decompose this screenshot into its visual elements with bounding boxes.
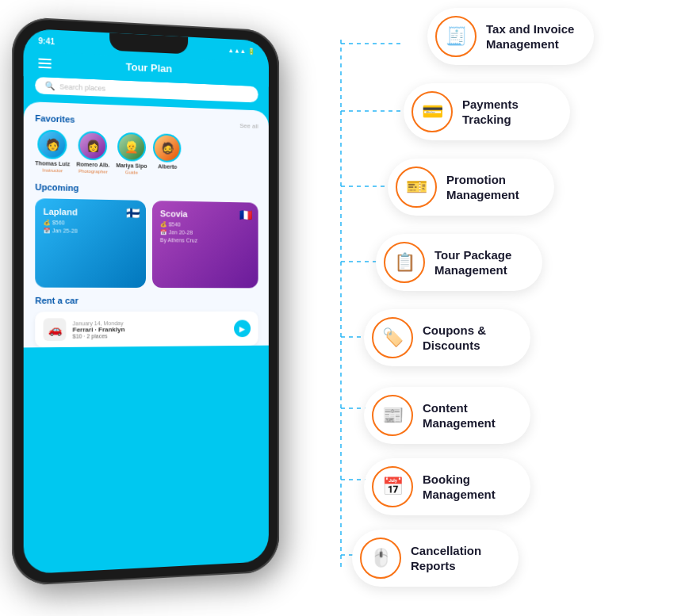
list-item: 👩 Romero Alb. Photographer bbox=[76, 131, 109, 174]
rent-header: Rent a car bbox=[35, 296, 258, 305]
rent-item[interactable]: 🚗 January 14, Monday Ferrari · Franklyn … bbox=[35, 312, 258, 348]
trip-card-lapland[interactable]: 🇫🇮 Lapland 💰 $560 📅 Jan 25-28 bbox=[35, 198, 146, 288]
trip-name: Scovia bbox=[160, 209, 251, 220]
list-item: 🧔 Alberto bbox=[153, 133, 181, 176]
hamburger-icon[interactable] bbox=[38, 58, 52, 68]
upcoming-cards: 🇫🇮 Lapland 💰 $560 📅 Jan 25-28 🇫🇷 Scovia … bbox=[35, 198, 258, 288]
avatar-name: Romero Alb. bbox=[76, 162, 109, 168]
avatar-name: Mariya Sipo bbox=[116, 163, 147, 169]
promotion-icon: 🎫 bbox=[396, 166, 437, 208]
search-placeholder: Search places bbox=[59, 82, 105, 93]
status-time: 9:41 bbox=[38, 36, 55, 45]
avatar-role: Photographer bbox=[78, 169, 108, 174]
content-icon: 📰 bbox=[372, 395, 413, 436]
feature-pill-booking: 📅 BookingManagement bbox=[364, 458, 530, 515]
see-all-link[interactable]: See all bbox=[239, 122, 258, 130]
content-area: Favorites See all 🧑 Thomas Luiz Instruct… bbox=[24, 101, 269, 347]
payments-icon: 💳 bbox=[411, 91, 453, 132]
trip-info: 💰 $560 📅 Jan 25-28 bbox=[44, 220, 139, 235]
phone-mockup: 9:41 ▲▲▲ 🔋 Tour Plan 🔍 Search places bbox=[12, 17, 279, 587]
cancellation-icon: 🖱️ bbox=[360, 538, 401, 579]
features-area: 🧾 Tax and InvoiceManagement 💳 PaymentsTr… bbox=[340, 0, 689, 616]
feature-label-booking: BookingManagement bbox=[423, 472, 496, 503]
avatar-role: Instructor bbox=[42, 168, 63, 174]
feature-pill-content: 📰 ContentManagement bbox=[364, 387, 530, 444]
trip-info: 💰 $540 📅 Jan 20-28 By Athens Cruz bbox=[160, 221, 251, 243]
feature-pill-payments: 💳 PaymentsTracking bbox=[404, 83, 570, 140]
favorites-title: Favorites bbox=[35, 113, 75, 124]
coupons-icon: 🏷️ bbox=[372, 317, 413, 358]
car-icon: 🚗 bbox=[44, 318, 67, 341]
car-info: January 14, Monday Ferrari · Franklyn $1… bbox=[73, 319, 228, 339]
app-title: Tour Plan bbox=[126, 61, 172, 75]
tourpkg-icon: 📋 bbox=[384, 242, 425, 283]
flag-icon: 🇫🇷 bbox=[239, 209, 252, 221]
rent-title: Rent a car bbox=[35, 296, 78, 305]
feature-pill-cancellation: 🖱️ CancellationReports bbox=[352, 530, 519, 587]
avatar[interactable]: 👩 bbox=[78, 131, 107, 161]
avatar[interactable]: 👱 bbox=[117, 132, 146, 162]
feature-pill-tax: 🧾 Tax and InvoiceManagement bbox=[427, 8, 594, 65]
flag-icon: 🇫🇮 bbox=[126, 206, 140, 219]
feature-pill-coupons: 🏷️ Coupons &Discounts bbox=[364, 309, 530, 366]
feature-label-content: ContentManagement bbox=[423, 400, 496, 431]
feature-label-cancellation: CancellationReports bbox=[411, 543, 481, 574]
avatar[interactable]: 🧑 bbox=[38, 129, 67, 159]
car-action-button[interactable]: ▶ bbox=[234, 320, 251, 338]
favorites-header: Favorites See all bbox=[35, 113, 258, 131]
list-item: 🧑 Thomas Luiz Instructor bbox=[35, 129, 70, 173]
search-icon: 🔍 bbox=[45, 81, 55, 90]
rent-section: Rent a car 🚗 January 14, Monday Ferrari … bbox=[35, 296, 258, 347]
favorites-row: 🧑 Thomas Luiz Instructor 👩 Romero Alb. P… bbox=[35, 129, 258, 178]
avatar-role: Guide bbox=[125, 170, 138, 174]
avatar[interactable]: 🧔 bbox=[153, 133, 181, 163]
trip-name: Lapland bbox=[44, 207, 139, 218]
car-price: $10 · 2 places bbox=[73, 332, 228, 339]
booking-icon: 📅 bbox=[372, 466, 413, 507]
feature-label-coupons: Coupons &Discounts bbox=[423, 323, 486, 354]
feature-pill-promotion: 🎫 PromotionManagement bbox=[388, 159, 554, 216]
avatar-name: Thomas Luiz bbox=[35, 160, 70, 166]
status-icons: ▲▲▲ 🔋 bbox=[228, 47, 255, 55]
upcoming-header: Upcoming bbox=[35, 182, 258, 197]
upcoming-title: Upcoming bbox=[35, 182, 78, 193]
feature-label-promotion: PromotionManagement bbox=[446, 172, 519, 203]
feature-label-tourpkg: Tour PackageManagement bbox=[434, 247, 511, 278]
feature-pill-tourpkg: 📋 Tour PackageManagement bbox=[376, 234, 542, 291]
feature-label-tax: Tax and InvoiceManagement bbox=[486, 21, 574, 52]
avatar-name: Alberto bbox=[158, 163, 177, 170]
list-item: 👱 Mariya Sipo Guide bbox=[116, 132, 147, 175]
feature-label-payments: PaymentsTracking bbox=[462, 97, 519, 128]
trip-card-scovia[interactable]: 🇫🇷 Scovia 💰 $540 📅 Jan 20-28 By Athens C… bbox=[152, 201, 258, 288]
tax-icon: 🧾 bbox=[435, 16, 477, 57]
